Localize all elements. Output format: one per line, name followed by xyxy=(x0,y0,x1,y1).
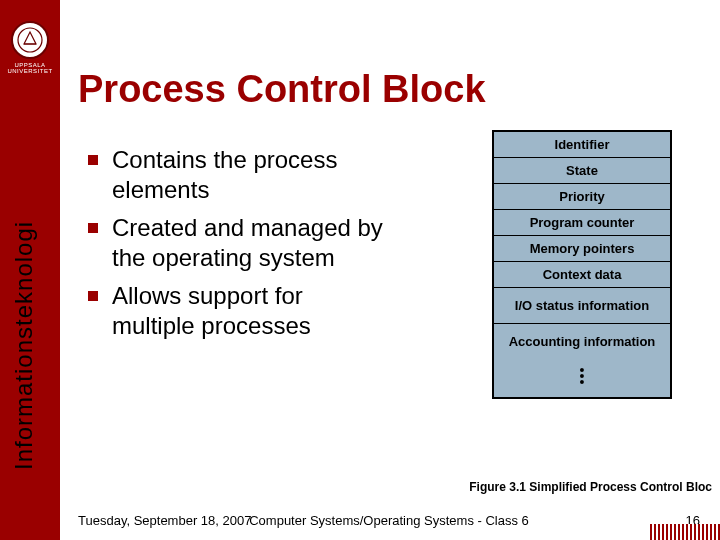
bullet-icon xyxy=(88,291,98,301)
bullet-icon xyxy=(88,155,98,165)
bullet-text: Created and managed by the operating sys… xyxy=(112,213,388,273)
figure-caption: Figure 3.1 Simplified Process Control Bl… xyxy=(469,480,712,494)
pcb-figure: Identifier State Priority Program counte… xyxy=(492,130,672,399)
bullet-list: Contains the process elements Created an… xyxy=(88,145,388,349)
bullet-text: Allows support for multiple processes xyxy=(112,281,388,341)
sidebar-vertical-label: Informationsteknologi xyxy=(10,430,390,470)
footer-date: Tuesday, September 18, 2007 xyxy=(78,513,258,528)
list-item: Created and managed by the operating sys… xyxy=(88,213,388,273)
pcb-cell: Memory pointers xyxy=(494,236,670,262)
pcb-cell: Program counter xyxy=(494,210,670,236)
list-item: Allows support for multiple processes xyxy=(88,281,388,341)
footer: Tuesday, September 18, 2007 Computer Sys… xyxy=(78,513,700,528)
pcb-cell: Context data xyxy=(494,262,670,288)
slide-title: Process Control Block xyxy=(78,68,486,111)
list-item: Contains the process elements xyxy=(88,145,388,205)
pcb-cell: Priority xyxy=(494,184,670,210)
pcb-cell: State xyxy=(494,158,670,184)
pcb-cell: Accounting information xyxy=(494,324,670,359)
university-name: UPPSALA UNIVERSITET xyxy=(0,62,60,74)
pcb-cell: I/O status information xyxy=(494,288,670,324)
bullet-text: Contains the process elements xyxy=(112,145,388,205)
ellipsis-icon: ••• xyxy=(494,359,670,397)
decorative-stripes xyxy=(650,524,720,540)
bullet-icon xyxy=(88,223,98,233)
university-seal-icon xyxy=(10,20,50,60)
pcb-cell: Identifier xyxy=(494,132,670,158)
slide: UPPSALA UNIVERSITET Informationsteknolog… xyxy=(0,0,720,540)
pcb-diagram: Identifier State Priority Program counte… xyxy=(492,130,672,399)
